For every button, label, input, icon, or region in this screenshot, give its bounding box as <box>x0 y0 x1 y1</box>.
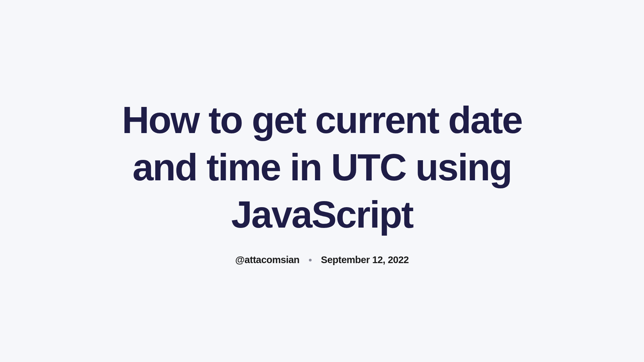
article-title: How to get current date and time in UTC … <box>87 97 557 239</box>
meta-separator-icon <box>309 259 312 261</box>
article-header: How to get current date and time in UTC … <box>87 97 557 266</box>
article-date: September 12, 2022 <box>321 254 409 265</box>
article-author: @attacomsian <box>235 254 300 265</box>
article-meta: @attacomsian September 12, 2022 <box>235 254 409 265</box>
